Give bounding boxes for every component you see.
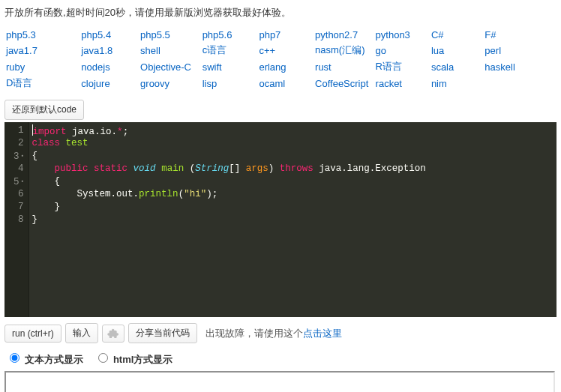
language-link-ruby[interactable]: ruby xyxy=(6,61,25,73)
code-editor[interactable]: 12345678 import java.io.*;class test{ pu… xyxy=(4,122,556,317)
gutter-line-3: 3 xyxy=(14,150,24,163)
language-link-objective-c[interactable]: Objective-C xyxy=(140,61,191,73)
gutter-line-7: 7 xyxy=(14,201,24,214)
display-mode-text-caption: 文本方式显示 xyxy=(25,354,83,365)
language-link-racket[interactable]: racket xyxy=(376,78,402,89)
language-link-c-[interactable]: C# xyxy=(431,29,444,40)
input-button[interactable]: 输入 xyxy=(65,323,98,343)
language-link-shell[interactable]: shell xyxy=(140,45,160,56)
language-link-python2-7[interactable]: python2.7 xyxy=(315,29,358,40)
code-line-4[interactable]: public static void main (String[] args) … xyxy=(32,163,554,175)
language-link-php5-5[interactable]: php5.5 xyxy=(140,29,170,40)
gutter-line-5: 5 xyxy=(14,175,24,188)
gutter-line-1: 1 xyxy=(14,124,24,137)
plugin-button[interactable] xyxy=(102,325,124,343)
language-link-d-[interactable]: D语言 xyxy=(6,76,32,90)
puzzle-piece-icon xyxy=(107,328,119,340)
run-button[interactable]: run (ctrl+r) xyxy=(4,325,62,343)
language-link-python3[interactable]: python3 xyxy=(376,29,410,40)
display-mode-text-label[interactable]: 文本方式显示 xyxy=(6,354,86,365)
language-link-go[interactable]: go xyxy=(376,45,386,56)
language-link-perl[interactable]: perl xyxy=(484,45,501,56)
fault-link[interactable]: 点击这里 xyxy=(303,328,342,339)
gutter-line-8: 8 xyxy=(14,214,24,226)
code-line-3[interactable]: { xyxy=(32,150,554,163)
editor-code-area[interactable]: import java.io.*;class test{ public stat… xyxy=(29,122,556,317)
language-link-nasm-[interactable]: nasm(汇编) xyxy=(315,43,364,57)
language-link-rust[interactable]: rust xyxy=(315,61,332,73)
gutter-line-2: 2 xyxy=(14,137,24,150)
notice-text: 开放所有函数,超时时间20秒，请使用最新版浏览器获取最好体验。 xyxy=(4,6,556,19)
code-line-7[interactable]: } xyxy=(32,201,554,214)
language-link-php5-4[interactable]: php5.4 xyxy=(81,29,111,40)
language-link-swift[interactable]: swift xyxy=(202,61,222,73)
display-mode-html-caption: html方式显示 xyxy=(113,354,172,365)
language-link-scala[interactable]: scala xyxy=(431,61,454,73)
language-link-c-[interactable]: c++ xyxy=(259,45,275,56)
code-line-8[interactable]: } xyxy=(32,214,554,226)
language-link-java1-7[interactable]: java1.7 xyxy=(6,45,38,56)
language-link-nodejs[interactable]: nodejs xyxy=(81,61,110,73)
gutter-line-6: 6 xyxy=(14,188,24,201)
share-button[interactable]: 分享当前代码 xyxy=(128,323,197,343)
language-link-php5-3[interactable]: php5.3 xyxy=(6,29,36,40)
display-mode-html-label[interactable]: html方式显示 xyxy=(94,354,172,365)
display-mode-row: 文本方式显示 html方式显示 xyxy=(6,351,556,367)
output-box xyxy=(4,371,555,392)
language-link-clojure[interactable]: clojure xyxy=(81,78,110,89)
code-line-5[interactable]: { xyxy=(32,175,554,188)
gutter-line-4: 4 xyxy=(14,163,24,175)
display-mode-text-radio[interactable] xyxy=(10,353,20,363)
code-line-6[interactable]: System.out.println("hi"); xyxy=(32,188,554,201)
code-line-1[interactable]: import java.io.*; xyxy=(32,124,554,137)
language-link-groovy[interactable]: groovy xyxy=(140,78,170,89)
language-link-lisp[interactable]: lisp xyxy=(202,78,218,89)
lower-toolbar: run (ctrl+r) 输入 分享当前代码 出现故障，请使用这个点击这里 xyxy=(4,323,556,343)
language-table: php5.3php5.4php5.5php5.6php7python2.7pyt… xyxy=(4,27,544,92)
editor-gutter: 12345678 xyxy=(4,122,29,317)
language-link-haskell[interactable]: haskell xyxy=(484,61,514,73)
language-link-r-[interactable]: R语言 xyxy=(376,60,402,73)
language-link-erlang[interactable]: erlang xyxy=(259,61,286,73)
language-link-lua[interactable]: lua xyxy=(431,45,444,56)
code-line-2[interactable]: class test xyxy=(32,137,554,150)
language-link-php5-6[interactable]: php5.6 xyxy=(202,29,232,40)
fault-prefix: 出现故障，请使用这个 xyxy=(206,328,303,339)
language-link-c-[interactable]: c语言 xyxy=(202,43,227,57)
language-link-ocaml[interactable]: ocaml xyxy=(259,78,285,89)
language-link-nim[interactable]: nim xyxy=(431,78,447,89)
language-link-f-[interactable]: F# xyxy=(484,29,496,40)
language-link-php7[interactable]: php7 xyxy=(259,29,280,40)
language-link-java1-8[interactable]: java1.8 xyxy=(81,45,112,56)
restore-default-button[interactable]: 还原到默认code xyxy=(4,100,84,120)
display-mode-html-radio[interactable] xyxy=(98,353,108,363)
fault-message: 出现故障，请使用这个点击这里 xyxy=(206,327,342,340)
language-link-coffeescript[interactable]: CoffeeScript xyxy=(315,78,368,89)
